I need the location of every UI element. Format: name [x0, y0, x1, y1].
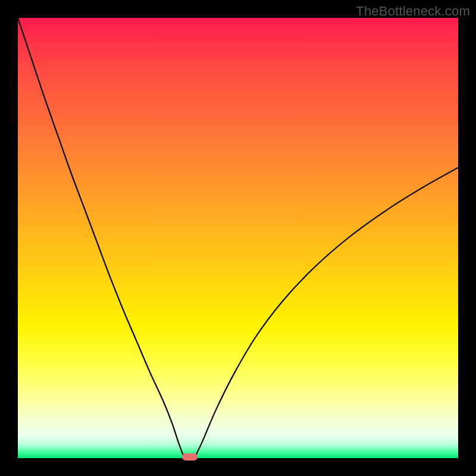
plot-area: [18, 18, 458, 458]
watermark-text: TheBottleneck.com: [356, 4, 470, 19]
chart-frame: TheBottleneck.com: [0, 0, 476, 476]
min-marker: [182, 453, 198, 461]
curve-layer: [18, 18, 458, 458]
left-branch-curve: [18, 18, 183, 455]
right-branch-curve: [196, 168, 458, 455]
